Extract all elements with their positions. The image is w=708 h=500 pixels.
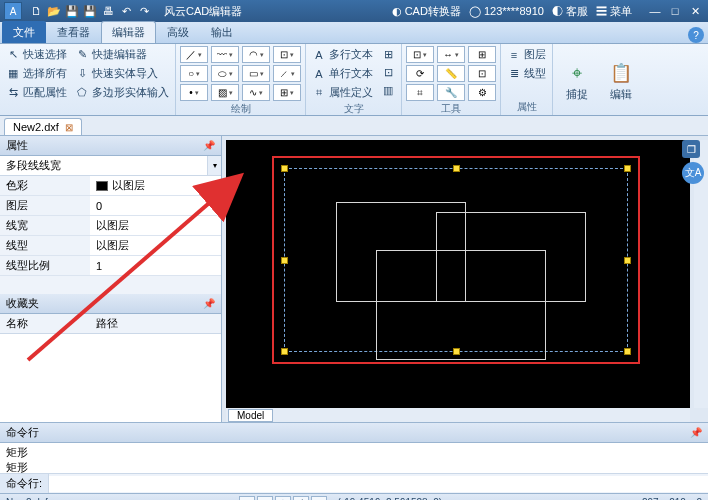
tab-advanced[interactable]: 高级 [156, 21, 200, 43]
doc-tab-close-icon[interactable]: ⊠ [65, 122, 73, 133]
group-label-tools: 工具 [406, 101, 496, 117]
user-label[interactable]: ◯ 123****8910 [469, 5, 544, 18]
tool-dd8[interactable]: 🔧 [437, 84, 465, 101]
btn-select-all[interactable]: ▦选择所有 [4, 65, 69, 82]
tool-dd3[interactable]: ⊞ [468, 46, 496, 63]
btn-text-t3[interactable]: ▥ [379, 82, 397, 98]
draw-dd4[interactable]: ⊡▾ [273, 46, 301, 63]
drawing-canvas[interactable] [226, 140, 690, 408]
draw-point-dd[interactable]: •▾ [180, 84, 208, 101]
quick-access-toolbar: 🗋 📂 💾 💾 🖶 ↶ ↷ [28, 3, 152, 19]
handle-e[interactable] [624, 257, 631, 264]
ortho-toggle[interactable]: ⊥ [275, 496, 291, 501]
pin-icon-2[interactable]: 📌 [203, 298, 215, 309]
qat-new-icon[interactable]: 🗋 [28, 3, 44, 19]
qat-print-icon[interactable]: 🖶 [100, 3, 116, 19]
command-input[interactable] [49, 476, 708, 492]
doc-tab-active[interactable]: New2.dxf ⊠ [4, 118, 82, 135]
cmd-line-2: 矩形 [6, 460, 702, 473]
draw-circle-dd[interactable]: ○▾ [180, 65, 208, 82]
menu-link[interactable]: ☰ 菜单 [596, 4, 632, 19]
txt-icon: ⊞ [381, 47, 395, 61]
handle-n[interactable] [453, 165, 460, 172]
qat-undo-icon[interactable]: ↶ [118, 3, 134, 19]
tab-editor[interactable]: 编辑器 [101, 21, 156, 43]
btn-fast-editor[interactable]: ✎快捷编辑器 [73, 46, 171, 63]
tool-dd2[interactable]: ↔▾ [437, 46, 465, 63]
handle-se[interactable] [624, 348, 631, 355]
draw-dd8[interactable]: ⟋▾ [273, 65, 301, 82]
handle-ne[interactable] [624, 165, 631, 172]
osnap-toggle[interactable]: ⊡ [311, 496, 327, 501]
draw-rect-dd[interactable]: ▭▾ [242, 65, 270, 82]
prop-lw-value[interactable]: 以图层 [90, 216, 221, 235]
draw-polyline-dd[interactable]: 〰▾ [211, 46, 239, 63]
command-history: 矩形 矩形 [0, 443, 708, 473]
draw-dd12[interactable]: ⊞▾ [273, 84, 301, 101]
prop-ls-value[interactable]: 1 [90, 256, 221, 275]
pin-icon-3[interactable]: 📌 [690, 427, 702, 438]
btn-match-prop[interactable]: ⇆匹配属性 [4, 84, 69, 101]
draw-ellipse-dd[interactable]: ⬭▾ [211, 65, 239, 82]
help-icon[interactable]: ? [688, 27, 704, 43]
prop-color-value[interactable]: 以图层▾ [90, 176, 221, 195]
qat-save-icon[interactable]: 💾 [64, 3, 80, 19]
draw-hatch-dd[interactable]: ▨▾ [211, 84, 239, 101]
handle-w[interactable] [281, 257, 288, 264]
rect-3[interactable] [376, 250, 546, 360]
tool-dd4[interactable]: ⟳ [406, 65, 434, 82]
fav-col-name[interactable]: 名称 [0, 314, 90, 333]
btn-text-t1[interactable]: ⊞ [379, 46, 397, 62]
handle-sw[interactable] [281, 348, 288, 355]
titlebar: A 🗋 📂 💾 💾 🖶 ↶ ↷ 风云CAD编辑器 ◐ CAD转换器 ◯ 123*… [0, 0, 708, 22]
edit-icon: 📋 [607, 59, 635, 87]
grid-toggle[interactable]: ⊞ [257, 496, 273, 501]
btn-text-t2[interactable]: ⊡ [379, 64, 397, 80]
support-link[interactable]: ◐ 客服 [552, 4, 588, 19]
model-tab[interactable]: Model [228, 409, 273, 422]
qat-open-icon[interactable]: 📂 [46, 3, 62, 19]
tab-output[interactable]: 输出 [200, 21, 244, 43]
tab-viewer[interactable]: 查看器 [46, 21, 101, 43]
draw-spline-dd[interactable]: ∿▾ [242, 84, 270, 101]
object-type-combo[interactable]: 多段线线宽▾ [0, 156, 221, 176]
draw-arc-dd[interactable]: ◠▾ [242, 46, 270, 63]
h-scrollbar[interactable]: Model [226, 408, 690, 422]
canvas-translate-icon[interactable]: 文A [682, 162, 704, 184]
tool-dd6[interactable]: ⊡ [468, 65, 496, 82]
handle-nw[interactable] [281, 165, 288, 172]
btn-attrdef[interactable]: ⌗属性定义 [310, 84, 375, 101]
prop-lt-value[interactable]: 以图层 [90, 236, 221, 255]
ribbon-tabs: 文件 查看器 编辑器 高级 输出 ? [0, 22, 708, 44]
minimize-button[interactable]: — [646, 3, 664, 19]
qat-redo-icon[interactable]: ↷ [136, 3, 152, 19]
close-button[interactable]: ✕ [686, 3, 704, 19]
txt2-icon: ⊡ [381, 65, 395, 79]
draw-line-dd[interactable]: ／▾ [180, 46, 208, 63]
btn-linetype[interactable]: ≣线型 [505, 65, 548, 82]
fav-col-path[interactable]: 路径 [90, 314, 124, 333]
canvas-restore-icon[interactable]: ❐ [682, 140, 700, 158]
tool-dd1[interactable]: ⊡▾ [406, 46, 434, 63]
maximize-button[interactable]: □ [666, 3, 684, 19]
prop-layer-value[interactable]: 0 [90, 196, 221, 215]
cad-converter-link[interactable]: ◐ CAD转换器 [392, 4, 461, 19]
btn-mtext[interactable]: A多行文本 [310, 46, 375, 63]
polar-toggle[interactable]: ∠ [293, 496, 309, 501]
tab-file[interactable]: 文件 [2, 21, 46, 43]
snap-toggle[interactable]: ▦ [239, 496, 255, 501]
btn-fast-import[interactable]: ⇩快速实体导入 [73, 65, 171, 82]
qat-saveas-icon[interactable]: 💾 [82, 3, 98, 19]
btn-layer[interactable]: ≡图层 [505, 46, 548, 63]
txt3-icon: ▥ [381, 83, 395, 97]
btn-poly-input[interactable]: ⬠多边形实体输入 [73, 84, 171, 101]
btn-edit[interactable]: 📋编辑 [601, 46, 641, 115]
tool-dd5[interactable]: 📏 [437, 65, 465, 82]
btn-stext[interactable]: A单行文本 [310, 65, 375, 82]
pin-icon[interactable]: 📌 [203, 140, 215, 151]
tool-dd9[interactable]: ⚙ [468, 84, 496, 101]
btn-snap[interactable]: ⌖捕捉 [557, 46, 597, 115]
ribbon: ↖快速选择 ▦选择所有 ⇆匹配属性 ✎快捷编辑器 ⇩快速实体导入 ⬠多边形实体输… [0, 44, 708, 116]
btn-fast-select[interactable]: ↖快速选择 [4, 46, 69, 63]
tool-dd7[interactable]: ⌗ [406, 84, 434, 101]
